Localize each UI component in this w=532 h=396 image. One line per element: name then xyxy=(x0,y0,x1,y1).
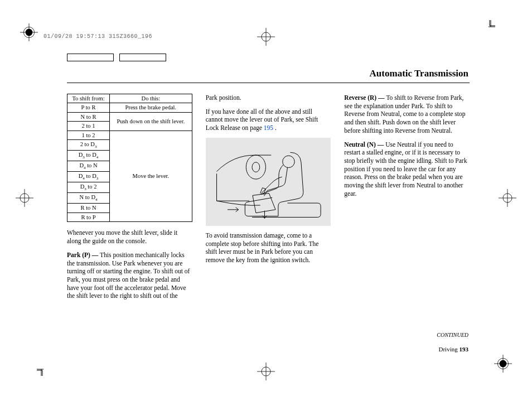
svg-point-3 xyxy=(26,29,33,36)
table-row: 1 to 2 Move the lever. xyxy=(67,131,192,139)
registration-mark-icon xyxy=(494,355,512,373)
body-text: Reverse (R) — To shift to Reverse from P… xyxy=(344,94,470,135)
column-3: Reverse (R) — To shift to Reverse from P… xyxy=(344,94,470,300)
title-rule xyxy=(67,83,470,83)
section-name: Driving xyxy=(439,346,458,352)
body-text: If you have done all of the above and st… xyxy=(206,108,331,132)
table-row: P to R Press the brake pedal. xyxy=(67,103,192,112)
page-footer: Driving 193 xyxy=(439,346,468,352)
svg-point-28 xyxy=(282,156,294,167)
registration-mark-icon xyxy=(257,28,275,46)
registration-mark-icon xyxy=(20,23,38,41)
table-row: N to R Push down on the shift lever. xyxy=(67,112,192,121)
nav-tab[interactable] xyxy=(119,54,166,61)
page-link[interactable]: 195 xyxy=(264,124,273,131)
crop-mark xyxy=(484,20,495,31)
print-header-code: 01/09/28 19:57:13 31SZ3660_196 xyxy=(43,33,152,40)
svg-point-29 xyxy=(246,155,265,179)
svg-point-7 xyxy=(500,360,507,368)
body-text: Park (P) — This position mechani­cally l… xyxy=(67,251,192,300)
shift-table: To shift from: Do this: P to R Press the… xyxy=(67,94,192,222)
body-text: Whenever you move the shift lever, slide… xyxy=(67,229,192,245)
page-title: Automatic Transmission xyxy=(370,68,468,79)
page-number: 193 xyxy=(460,346,469,352)
body-text: Neutral (N) — Use Neutral if you need to… xyxy=(344,141,470,198)
column-1: To shift from: Do this: P to R Press the… xyxy=(67,94,192,300)
registration-mark-icon xyxy=(257,363,275,380)
column-2: Park position. If you have done all of t… xyxy=(206,94,331,300)
th-from: To shift from: xyxy=(67,94,110,103)
table-row: To shift from: Do this: xyxy=(67,94,192,103)
continued-label: CONTINUED xyxy=(437,332,468,338)
nav-tabs xyxy=(67,54,166,61)
body-text: Park position. xyxy=(206,94,331,102)
registration-mark-icon xyxy=(16,189,33,207)
svg-point-30 xyxy=(252,162,260,172)
crop-mark xyxy=(37,365,48,376)
body-text: To avoid transmission damage, come to a … xyxy=(206,231,331,264)
nav-tab[interactable] xyxy=(67,54,114,61)
registration-mark-icon xyxy=(499,189,516,207)
shift-lever-illustration xyxy=(206,138,331,226)
th-do: Do this: xyxy=(110,94,192,103)
